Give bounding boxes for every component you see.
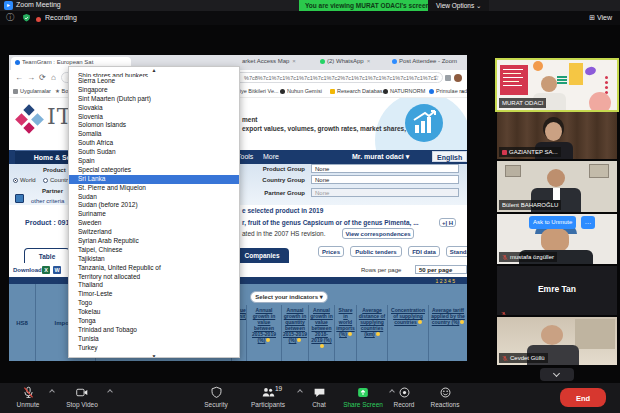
home-icon[interactable]: ⌂ xyxy=(51,73,56,82)
column-header[interactable]: Annual growth in value between 2015-2019… xyxy=(246,305,281,361)
dropdown-option[interactable]: Switzerland xyxy=(69,228,239,237)
back-icon[interactable]: ← xyxy=(15,73,23,82)
dropdown-option[interactable]: Territory not allocated xyxy=(69,273,239,282)
scroll-down-icon[interactable]: ▼ xyxy=(69,353,239,358)
dropdown-option[interactable]: Turkey xyxy=(69,344,239,353)
bookmark-star-icon[interactable]: ☆ xyxy=(433,74,439,82)
bookmarks-overflow[interactable]: » xyxy=(461,88,464,94)
browser-tab-market-access-map[interactable]: arket Access Map× xyxy=(233,58,305,69)
tab-close-icon[interactable]: × xyxy=(367,58,371,64)
participant-tile-emre[interactable]: Emre Tan xyxy=(497,266,617,315)
dropdown-option[interactable]: Thailand xyxy=(69,281,239,290)
nav-more[interactable]: More xyxy=(263,153,279,160)
expand-button[interactable]: +| H xyxy=(439,218,456,227)
partner-group-select[interactable]: None xyxy=(311,188,459,197)
dropdown-option[interactable]: Timor-Leste xyxy=(69,290,239,299)
column-header-hs8[interactable]: HS8 xyxy=(9,284,36,361)
dropdown-option[interactable]: Sudan (before 2012) xyxy=(69,201,239,210)
shield-icon[interactable] xyxy=(22,13,31,24)
fdi-data-button[interactable]: FDI data xyxy=(408,246,440,257)
participant-tile-mustafa[interactable]: Ask to Unmute … mustafa özgüller xyxy=(497,214,617,264)
tab-companies[interactable]: Companies xyxy=(235,248,289,263)
dropdown-option[interactable]: Singapore xyxy=(69,86,239,95)
country-radio[interactable]: Country xyxy=(43,177,71,183)
column-header[interactable]: Share in world imports (%) xyxy=(334,305,356,361)
participant-tile-bulent[interactable]: Bülent BAHAROĞLU xyxy=(497,161,617,212)
rows-per-page-select[interactable]: 50 per page xyxy=(415,265,467,274)
select-indicators-button[interactable]: Select your indicators ▾ xyxy=(250,291,328,303)
info-icon[interactable] xyxy=(418,320,422,324)
dropdown-option[interactable]: Sint Maarten (Dutch part) xyxy=(69,95,239,104)
browser-tab-zoom[interactable]: Post Attendee - Zoom× xyxy=(383,58,459,69)
participant-more-button[interactable]: … xyxy=(581,216,595,229)
record-button[interactable]: Record xyxy=(386,386,422,408)
bookmark-item[interactable]: Nuhun Gemisi xyxy=(280,88,322,94)
collapse-strip-button[interactable] xyxy=(540,368,574,381)
dropdown-option[interactable]: South Africa xyxy=(69,139,239,148)
video-options-caret[interactable] xyxy=(107,389,113,395)
chat-button[interactable]: Chat xyxy=(302,386,336,408)
country-group-select[interactable]: None xyxy=(311,175,459,184)
info-icon[interactable]: ⓘ xyxy=(6,13,14,23)
dropdown-option[interactable]: Togo xyxy=(69,299,239,308)
security-button[interactable]: Security xyxy=(196,386,236,408)
standards-button[interactable]: Standar xyxy=(446,246,467,257)
ask-to-unmute-button[interactable]: Ask to Unmute xyxy=(529,216,576,229)
dropdown-option[interactable]: Somalia xyxy=(69,130,239,139)
info-icon[interactable] xyxy=(297,338,301,342)
tab-close-icon[interactable]: × xyxy=(292,58,296,64)
product-group-select[interactable]: None xyxy=(311,164,459,173)
dropdown-option[interactable]: Sierra Leone xyxy=(69,77,239,86)
dropdown-option[interactable]: Solomon Islands xyxy=(69,121,239,130)
word-icon[interactable]: W xyxy=(53,266,61,274)
column-header[interactable]: Concentration of supplying countries xyxy=(387,305,428,361)
dropdown-option[interactable]: Spain xyxy=(69,157,239,166)
public-tenders-button[interactable]: Public tenders xyxy=(350,246,402,257)
browser-menu-icon[interactable]: ⋮ xyxy=(464,73,467,82)
dropdown-option[interactable]: South Sudan xyxy=(69,148,239,157)
view-layout-button[interactable]: ⊞ View xyxy=(589,14,612,22)
stop-video-button[interactable]: Stop Video xyxy=(58,386,106,408)
view-correspondences-button[interactable]: View correspondences xyxy=(342,228,414,239)
dropdown-option[interactable]: Tajikistan xyxy=(69,255,239,264)
other-criteria-link[interactable]: other criteria xyxy=(31,198,64,204)
unmute-button[interactable]: Unmute xyxy=(8,386,48,408)
world-radio[interactable]: World xyxy=(13,177,36,183)
info-icon[interactable] xyxy=(348,332,352,336)
info-icon[interactable] xyxy=(266,338,270,342)
reload-icon[interactable]: ⟳ xyxy=(39,73,46,82)
dropdown-option[interactable]: Special categories xyxy=(69,166,239,175)
prices-button[interactable]: Prices xyxy=(318,246,344,257)
participant-tile-cevdet[interactable]: Cevdet Güllü xyxy=(497,317,617,365)
column-header[interactable]: Average distance of supplying countries … xyxy=(356,305,387,361)
new-tab-button[interactable]: + xyxy=(457,58,466,69)
dropdown-option[interactable]: Tonga xyxy=(69,317,239,326)
share-screen-button[interactable]: Share Screen xyxy=(338,386,388,408)
participants-button[interactable]: 19 Participants xyxy=(242,386,294,408)
dropdown-option[interactable]: Trinidad and Tobago xyxy=(69,326,239,335)
swap-icon[interactable] xyxy=(15,194,24,203)
column-header[interactable]: Annual growth in quantity between 2015-2… xyxy=(281,305,308,361)
language-selector[interactable]: English ▾ xyxy=(432,151,467,162)
reactions-button[interactable]: Reactions xyxy=(424,386,466,408)
participant-tile-gaziantep[interactable]: GAZIANTEP SA... xyxy=(497,112,617,159)
forward-icon[interactable]: → xyxy=(27,73,35,82)
dropdown-option[interactable]: Sweden xyxy=(69,219,239,228)
nav-user-menu[interactable]: Mr. murat odaci ▾ xyxy=(352,153,409,161)
tab-table[interactable]: Table xyxy=(24,248,70,263)
dropdown-option[interactable]: St. Pierre and Miquelon xyxy=(69,184,239,193)
dropdown-option[interactable]: Slovakia xyxy=(69,104,239,113)
dropdown-option[interactable]: Slovenia xyxy=(69,113,239,122)
dropdown-option[interactable]: Tunisia xyxy=(69,335,239,344)
end-meeting-button[interactable]: End xyxy=(560,388,606,407)
profile-avatar[interactable] xyxy=(454,74,462,82)
participant-tile-murat-odaci[interactable]: MURAT ODACI xyxy=(497,60,617,110)
excel-icon[interactable]: X xyxy=(42,266,50,274)
dropdown-option-selected[interactable]: Sri Lanka xyxy=(69,175,239,184)
dropdown-option[interactable]: Taipei, Chinese xyxy=(69,246,239,255)
dropdown-option[interactable]: Tokelau xyxy=(69,308,239,317)
dropdown-option[interactable]: Suriname xyxy=(69,210,239,219)
column-header[interactable]: Annual growth in value between 2018-2019… xyxy=(308,305,334,361)
browser-tab-whatsapp[interactable]: (2) WhatsApp× xyxy=(311,58,379,69)
column-header[interactable]: Average tariff applied by the country (%… xyxy=(428,305,467,361)
